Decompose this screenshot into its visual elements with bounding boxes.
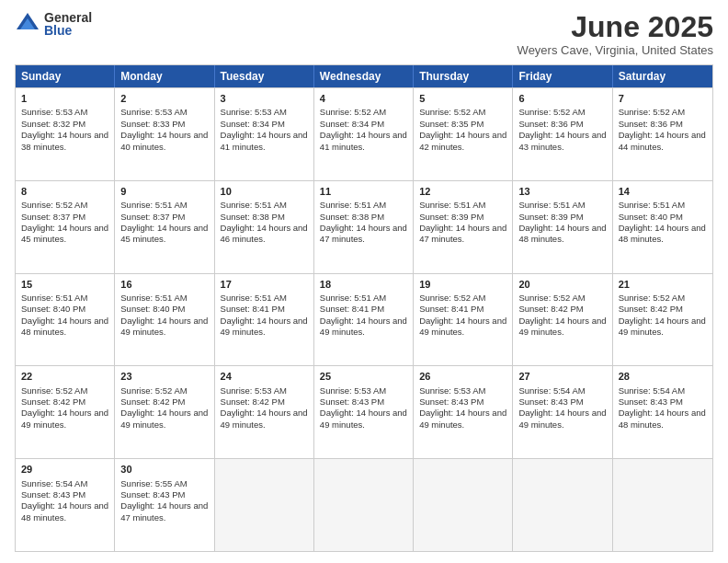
- daylight: Daylight: 14 hours and 49 minutes.: [419, 316, 506, 337]
- day-number: 5: [419, 92, 506, 105]
- sunset: Sunset: 8:34 PM: [221, 119, 285, 129]
- cal-cell-1-1: 1Sunrise: 5:53 AMSunset: 8:32 PMDaylight…: [16, 88, 115, 180]
- daylight: Daylight: 14 hours and 49 minutes.: [619, 316, 706, 337]
- month-title: June 2025: [518, 11, 713, 43]
- sunset: Sunset: 8:43 PM: [320, 396, 384, 407]
- daylight: Daylight: 14 hours and 49 minutes.: [120, 408, 208, 429]
- sunrise: Sunrise: 5:54 AM: [619, 385, 685, 396]
- daylight: Daylight: 14 hours and 48 minutes.: [619, 223, 706, 244]
- cal-cell-1-3: 3Sunrise: 5:53 AMSunset: 8:34 PMDaylight…: [215, 88, 314, 180]
- day-number: 20: [518, 278, 606, 291]
- sunset: Sunset: 8:40 PM: [21, 304, 85, 314]
- logo-text: General Blue: [44, 11, 92, 37]
- sunset: Sunset: 8:42 PM: [221, 396, 285, 407]
- page: General Blue June 2025 Weyers Cave, Virg…: [0, 0, 728, 563]
- sunrise: Sunrise: 5:53 AM: [221, 107, 287, 117]
- sunset: Sunset: 8:41 PM: [419, 304, 483, 314]
- sunrise: Sunrise: 5:51 AM: [120, 200, 187, 210]
- cal-cell-3-6: 20Sunrise: 5:52 AMSunset: 8:42 PMDayligh…: [513, 274, 612, 366]
- day-number: 3: [221, 92, 308, 105]
- sunset: Sunset: 8:40 PM: [120, 304, 185, 314]
- sunrise: Sunrise: 5:52 AM: [320, 107, 386, 117]
- header-tuesday: Tuesday: [215, 65, 314, 87]
- daylight: Daylight: 14 hours and 49 minutes.: [518, 408, 606, 429]
- sunset: Sunset: 8:43 PM: [518, 396, 583, 407]
- daylight: Daylight: 14 hours and 49 minutes.: [21, 408, 108, 429]
- day-number: 26: [419, 370, 506, 383]
- cal-cell-4-1: 22Sunrise: 5:52 AMSunset: 8:42 PMDayligh…: [16, 366, 115, 458]
- cal-cell-2-5: 12Sunrise: 5:51 AMSunset: 8:39 PMDayligh…: [414, 181, 513, 273]
- sunrise: Sunrise: 5:52 AM: [619, 293, 685, 303]
- daylight: Daylight: 14 hours and 49 minutes.: [120, 316, 208, 337]
- daylight: Daylight: 14 hours and 42 minutes.: [419, 130, 506, 151]
- cal-cell-2-1: 8Sunrise: 5:52 AMSunset: 8:37 PMDaylight…: [16, 181, 115, 273]
- cal-cell-5-7: [613, 459, 712, 551]
- header-sunday: Sunday: [16, 65, 115, 87]
- daylight: Daylight: 14 hours and 49 minutes.: [419, 408, 506, 429]
- sunset: Sunset: 8:33 PM: [120, 119, 185, 129]
- sunrise: Sunrise: 5:52 AM: [120, 385, 187, 396]
- location: Weyers Cave, Virginia, United States: [518, 43, 713, 57]
- sunrise: Sunrise: 5:51 AM: [320, 200, 386, 210]
- sunrise: Sunrise: 5:54 AM: [518, 385, 585, 396]
- cal-cell-2-7: 14Sunrise: 5:51 AMSunset: 8:40 PMDayligh…: [613, 181, 712, 273]
- day-number: 18: [320, 278, 407, 291]
- sunrise: Sunrise: 5:51 AM: [221, 200, 287, 210]
- daylight: Daylight: 14 hours and 49 minutes.: [320, 316, 407, 337]
- sunrise: Sunrise: 5:53 AM: [221, 385, 287, 396]
- daylight: Daylight: 14 hours and 45 minutes.: [120, 223, 208, 244]
- day-number: 8: [21, 185, 108, 198]
- daylight: Daylight: 14 hours and 49 minutes.: [320, 408, 407, 429]
- cal-cell-3-3: 17Sunrise: 5:51 AMSunset: 8:41 PMDayligh…: [215, 274, 314, 366]
- sunset: Sunset: 8:39 PM: [518, 212, 583, 222]
- header-monday: Monday: [115, 65, 214, 87]
- calendar-body: 1Sunrise: 5:53 AMSunset: 8:32 PMDaylight…: [16, 87, 712, 551]
- cal-cell-3-5: 19Sunrise: 5:52 AMSunset: 8:41 PMDayligh…: [414, 274, 513, 366]
- day-number: 15: [21, 278, 108, 291]
- day-number: 28: [619, 370, 707, 383]
- day-number: 10: [221, 185, 308, 198]
- cal-cell-5-4: [314, 459, 414, 551]
- daylight: Daylight: 14 hours and 48 minutes.: [619, 408, 706, 429]
- day-number: 30: [120, 463, 208, 476]
- cal-cell-3-7: 21Sunrise: 5:52 AMSunset: 8:42 PMDayligh…: [613, 274, 712, 366]
- day-number: 1: [21, 92, 108, 105]
- daylight: Daylight: 14 hours and 43 minutes.: [518, 130, 606, 151]
- cal-cell-1-5: 5Sunrise: 5:52 AMSunset: 8:35 PMDaylight…: [414, 88, 513, 180]
- sunset: Sunset: 8:43 PM: [21, 489, 85, 500]
- sunrise: Sunrise: 5:51 AM: [320, 293, 386, 303]
- sunrise: Sunrise: 5:52 AM: [21, 200, 87, 210]
- daylight: Daylight: 14 hours and 48 minutes.: [518, 223, 606, 244]
- header-wednesday: Wednesday: [314, 65, 414, 87]
- logo-general-label: General: [44, 11, 92, 24]
- cal-cell-2-6: 13Sunrise: 5:51 AMSunset: 8:39 PMDayligh…: [513, 181, 612, 273]
- daylight: Daylight: 14 hours and 49 minutes.: [221, 408, 308, 429]
- daylight: Daylight: 14 hours and 47 minutes.: [419, 223, 506, 244]
- daylight: Daylight: 14 hours and 45 minutes.: [21, 223, 108, 244]
- cal-cell-1-4: 4Sunrise: 5:52 AMSunset: 8:34 PMDaylight…: [314, 88, 414, 180]
- sunrise: Sunrise: 5:52 AM: [619, 107, 685, 117]
- cal-cell-4-2: 23Sunrise: 5:52 AMSunset: 8:42 PMDayligh…: [115, 366, 214, 458]
- cal-cell-1-6: 6Sunrise: 5:52 AMSunset: 8:36 PMDaylight…: [513, 88, 612, 180]
- header: General Blue June 2025 Weyers Cave, Virg…: [15, 11, 713, 57]
- daylight: Daylight: 14 hours and 48 minutes.: [21, 500, 108, 522]
- daylight: Daylight: 14 hours and 49 minutes.: [221, 316, 308, 337]
- cal-cell-2-4: 11Sunrise: 5:51 AMSunset: 8:38 PMDayligh…: [314, 181, 414, 273]
- day-number: 27: [518, 370, 606, 383]
- cal-cell-5-5: [414, 459, 513, 551]
- daylight: Daylight: 14 hours and 38 minutes.: [21, 130, 108, 151]
- header-saturday: Saturday: [613, 65, 712, 87]
- day-number: 29: [21, 463, 108, 476]
- sunrise: Sunrise: 5:55 AM: [120, 478, 187, 488]
- cal-cell-5-2: 30Sunrise: 5:55 AMSunset: 8:43 PMDayligh…: [115, 459, 214, 551]
- sunrise: Sunrise: 5:53 AM: [320, 385, 386, 396]
- sunset: Sunset: 8:36 PM: [619, 119, 683, 129]
- daylight: Daylight: 14 hours and 41 minutes.: [320, 130, 407, 151]
- sunrise: Sunrise: 5:51 AM: [120, 293, 187, 303]
- daylight: Daylight: 14 hours and 41 minutes.: [221, 130, 308, 151]
- sunrise: Sunrise: 5:54 AM: [21, 478, 87, 488]
- calendar-row-1: 1Sunrise: 5:53 AMSunset: 8:32 PMDaylight…: [16, 87, 712, 180]
- sunset: Sunset: 8:42 PM: [21, 396, 85, 407]
- sunrise: Sunrise: 5:51 AM: [419, 200, 485, 210]
- sunset: Sunset: 8:35 PM: [419, 119, 483, 129]
